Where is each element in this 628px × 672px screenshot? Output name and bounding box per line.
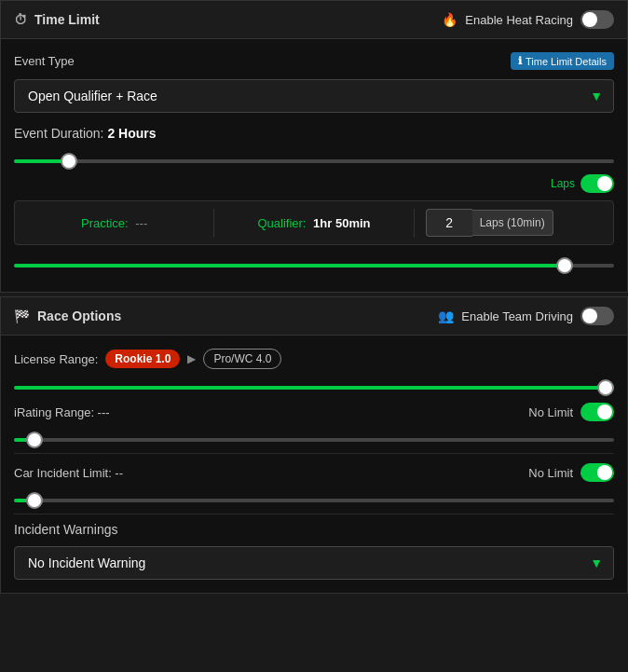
irating-slider-container [14,429,614,446]
enable-heat-racing-label: Enable Heat Racing [465,13,573,27]
time-limit-section: ⏱ Time Limit 🔥 Enable Heat Racing Event … [0,0,628,293]
race-options-header-left: 🏁 Race Options [14,309,121,323]
divider-1 [14,453,614,454]
event-type-label: Event Type [14,54,75,68]
qualifier-label: Qualifier: [257,216,306,230]
laps-toggle-label: Laps [551,177,575,190]
enable-team-driving-toggle[interactable] [580,307,614,325]
license-arrow-icon: ▶ [187,352,196,365]
license-to-badge: Pro/WC 4.0 [203,349,281,369]
time-limit-header-left: ⏱ Time Limit [14,12,100,27]
car-incident-no-limit-right: No Limit [528,463,614,482]
license-range-slider[interactable] [14,386,614,390]
enable-team-driving-label: Enable Team Driving [461,309,573,323]
qualifier-value: 1hr 50min [313,216,370,230]
time-limit-details-button[interactable]: ℹ Time Limit Details [511,52,614,70]
event-type-row: Event Type ℹ Time Limit Details [14,52,614,70]
incident-warnings-select[interactable]: No Incident Warning [14,546,614,580]
practice-label: Practice: [81,216,129,230]
fire-icon: 🔥 [442,12,457,27]
license-from-badge: Rookie 1.0 [105,350,180,368]
laps-toggle[interactable] [580,174,614,193]
event-type-select[interactable]: Open Qualifier + Race [14,79,614,113]
event-type-select-wrapper: Open Qualifier + Race ▼ [14,79,614,113]
irating-range-row: iRating Range: --- No Limit [14,403,614,421]
irating-no-limit-label: No Limit [528,405,573,419]
race-duration-slider[interactable] [14,264,614,267]
time-limit-title: Time Limit [34,12,100,27]
irating-slider[interactable] [14,438,614,442]
car-incident-slider[interactable] [14,499,614,502]
laps-unit-label: Laps (10min) [472,210,553,236]
info-icon: ℹ [518,55,522,67]
race-duration-slider-container [14,254,614,271]
info-button-label: Time Limit Details [526,56,607,67]
duration-section: Event Duration: 2 Hours [14,126,614,167]
car-incident-row: Car Incident Limit: -- No Limit [14,463,614,482]
qualifier-cell: Qualifier: 1hr 50min [214,209,414,238]
irating-no-limit-right: No Limit [528,403,614,421]
duration-slider[interactable] [14,159,614,163]
duration-prefix: Event Duration: [14,126,104,141]
license-range-label: License Range: [14,352,98,366]
laps-cell: Laps (10min) [415,201,613,244]
time-limit-body: Event Type ℹ Time Limit Details Open Qua… [1,39,627,292]
divider-2 [14,514,614,514]
time-limit-header: ⏱ Time Limit 🔥 Enable Heat Racing [1,1,627,39]
irating-label: iRating Range: --- [14,405,110,419]
race-options-title: Race Options [37,309,121,323]
clock-icon: ⏱ [14,12,27,27]
enable-heat-racing-toggle[interactable] [580,10,614,29]
laps-number-input[interactable] [426,209,472,237]
car-incident-no-limit-toggle[interactable] [580,463,614,482]
race-options-body: License Range: Rookie 1.0 ▶ Pro/WC 4.0 i… [1,336,627,593]
flag-icon: 🏁 [14,309,30,323]
practice-cell: Practice: --- [15,209,214,238]
team-icon: 👥 [438,309,454,323]
duration-value: 2 Hours [107,126,156,141]
car-incident-no-limit-label: No Limit [528,466,573,480]
laps-toggle-row: Laps [14,174,614,193]
race-options-header-right: 👥 Enable Team Driving [438,307,614,325]
duration-slider-container [14,150,614,167]
license-range-row: License Range: Rookie 1.0 ▶ Pro/WC 4.0 [14,349,614,369]
incident-warnings-label: Incident Warnings [14,522,614,537]
time-limit-header-right: 🔥 Enable Heat Racing [442,10,614,29]
duration-label: Event Duration: 2 Hours [14,126,614,141]
irating-no-limit-toggle[interactable] [580,403,614,421]
license-slider-container [14,377,614,393]
race-options-section: 🏁 Race Options 👥 Enable Team Driving Lic… [0,296,628,594]
incident-warnings-select-wrapper: No Incident Warning ▼ [14,546,614,580]
time-breakdown-row: Practice: --- Qualifier: 1hr 50min Laps … [14,200,614,245]
car-incident-label: Car Incident Limit: -- [14,466,123,480]
practice-value: --- [135,216,147,230]
race-options-header: 🏁 Race Options 👥 Enable Team Driving [1,297,627,336]
car-incident-slider-container [14,489,614,506]
